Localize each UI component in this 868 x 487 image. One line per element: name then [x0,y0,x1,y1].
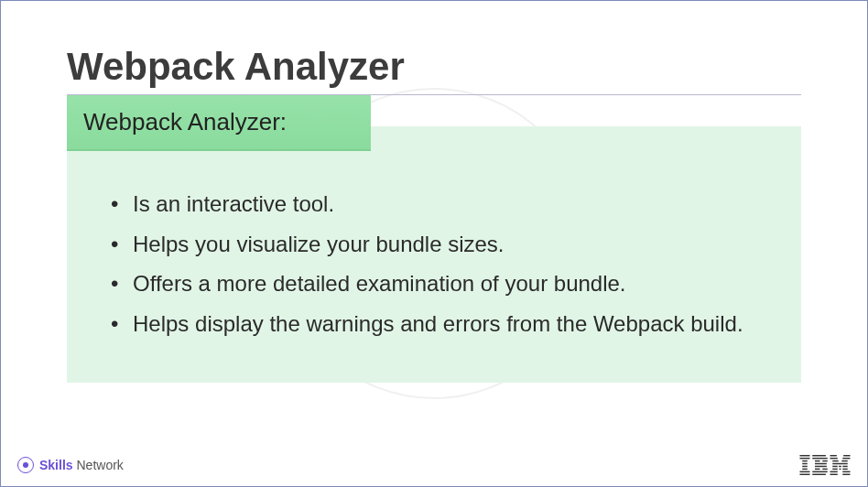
svg-rect-3 [802,463,808,464]
footer: Skills Network [17,455,851,475]
svg-rect-34 [842,474,850,475]
skills-network-icon [17,457,34,473]
svg-rect-10 [815,460,820,461]
svg-rect-24 [832,463,848,464]
svg-rect-11 [822,460,828,461]
svg-rect-4 [802,466,808,467]
svg-rect-28 [832,469,838,470]
svg-rect-5 [802,469,808,470]
svg-rect-19 [843,455,850,456]
svg-rect-17 [812,474,826,475]
svg-rect-0 [800,455,810,456]
info-card: Webpack Analyzer: Is an interactive tool… [67,126,801,383]
svg-rect-14 [815,469,820,470]
svg-rect-30 [842,469,848,470]
svg-rect-6 [800,471,810,472]
bullet-list: Is an interactive tool. Helps you visual… [92,189,776,339]
svg-rect-1 [800,458,810,459]
svg-rect-27 [842,466,848,467]
svg-rect-23 [841,460,847,461]
svg-rect-8 [812,455,826,456]
svg-rect-25 [832,466,838,467]
svg-rect-20 [830,458,838,459]
svg-rect-15 [822,469,828,470]
skills-network-logo: Skills Network [17,457,124,473]
network-label: Network [73,458,124,472]
list-item: Helps display the warnings and errors fr… [92,308,776,340]
svg-rect-32 [842,471,850,472]
svg-rect-12 [815,463,827,464]
page-title: Webpack Analyzer [67,45,801,95]
svg-rect-22 [832,460,838,461]
ibm-logo [799,455,851,475]
svg-rect-2 [802,460,808,461]
svg-rect-7 [800,474,810,475]
svg-rect-31 [830,471,838,472]
list-item: Is an interactive tool. [92,189,776,220]
svg-rect-26 [839,466,841,467]
svg-rect-13 [815,466,827,467]
slide-content: Webpack Analyzer Webpack Analyzer: Is an… [1,1,867,383]
svg-rect-29 [840,469,841,470]
svg-rect-33 [830,474,838,475]
svg-rect-9 [812,458,828,459]
card-body: Webpack Analyzer: Is an interactive tool… [67,126,801,383]
list-item: Offers a more detailed examination of yo… [92,268,776,299]
card-header: Webpack Analyzer: [67,95,371,151]
svg-rect-21 [842,458,850,459]
skills-label: Skills [39,458,73,472]
skills-network-text: Skills Network [39,458,124,472]
svg-rect-18 [830,455,837,456]
list-item: Helps you visualize your bundle sizes. [92,229,776,260]
svg-rect-16 [812,471,828,472]
